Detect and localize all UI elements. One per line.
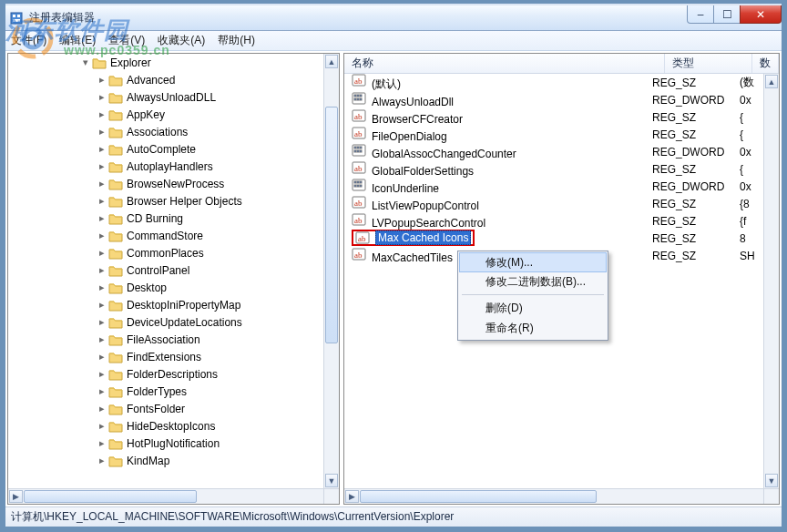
ctx-rename[interactable]: 重命名(R) xyxy=(460,318,606,338)
tree-node[interactable]: ▸Desktop xyxy=(8,279,323,296)
app-icon xyxy=(9,11,24,26)
list-horizontal-scrollbar[interactable]: ◀ ▶ xyxy=(344,488,763,504)
list-row[interactable]: IconUnderlineREG_DWORD0x xyxy=(344,178,763,195)
tree-node[interactable]: ▸AutoplayHandlers xyxy=(8,158,323,175)
tree-node[interactable]: ▸KindMap xyxy=(8,452,323,469)
scroll-right-icon[interactable]: ▶ xyxy=(9,490,23,503)
menu-edit[interactable]: 编辑(E) xyxy=(59,33,96,48)
expand-icon[interactable]: ▸ xyxy=(96,316,108,328)
statusbar: 计算机\HKEY_LOCAL_MACHINE\SOFTWARE\Microsof… xyxy=(5,506,782,527)
tree-node[interactable]: ▸FileAssociation xyxy=(8,331,323,348)
row-type: REG_SZ xyxy=(652,232,740,245)
maximize-button[interactable]: ☐ xyxy=(713,5,741,24)
tree-node[interactable]: ▸DeviceUpdateLocations xyxy=(8,313,323,331)
expand-icon[interactable]: ▸ xyxy=(96,333,108,345)
tree-vertical-scrollbar[interactable]: ▲ ▼ xyxy=(323,54,339,488)
folder-icon xyxy=(108,212,123,225)
expand-icon[interactable]: ▸ xyxy=(96,195,108,207)
expand-icon[interactable]: ▸ xyxy=(96,437,108,449)
col-name[interactable]: 名称 xyxy=(344,54,665,73)
expand-icon[interactable]: ▸ xyxy=(96,385,108,397)
list-row[interactable]: abBrowserCFCreatorREG_SZ{ xyxy=(344,108,763,126)
row-type: REG_SZ xyxy=(652,250,740,262)
minimize-button[interactable]: – xyxy=(687,5,714,24)
tree-node[interactable]: ▸HideDesktopIcons xyxy=(8,417,323,435)
expand-icon[interactable]: ▾ xyxy=(79,56,92,68)
expand-icon[interactable]: ▸ xyxy=(96,160,108,172)
row-data: 0x xyxy=(740,94,763,107)
tree-label: FontsFolder xyxy=(127,403,185,415)
scroll-thumb[interactable] xyxy=(325,107,338,343)
tree-node[interactable]: ▸Browser Helper Objects xyxy=(8,192,323,210)
scroll-thumb[interactable] xyxy=(24,490,197,503)
tree-node[interactable]: ▸FindExtensions xyxy=(8,348,323,365)
list-row[interactable]: abFileOpenDialogREG_SZ{ xyxy=(344,126,763,143)
list-row[interactable]: abListViewPopupControlREG_SZ{8 xyxy=(344,195,763,212)
tree-node-root[interactable]: ▾Explorer xyxy=(8,54,323,71)
list-vertical-scrollbar[interactable]: ▲ ▼ xyxy=(763,74,779,488)
list-row[interactable]: abLVPopupSearchControlREG_SZ{f xyxy=(344,212,763,230)
expand-icon[interactable]: ▸ xyxy=(96,126,108,138)
tree-label: AutoComplete xyxy=(127,143,196,156)
close-button[interactable]: ✕ xyxy=(740,5,782,24)
tree-node[interactable]: ▸FolderDescriptions xyxy=(8,365,323,383)
scroll-thumb[interactable] xyxy=(360,490,597,503)
tree-view[interactable]: ▾Explorer▸Advanced▸AlwaysUnloadDLL▸AppKe… xyxy=(8,54,323,488)
expand-icon[interactable]: ▸ xyxy=(96,368,108,380)
list-row[interactable]: AlwaysUnloadDllREG_DWORD0x xyxy=(344,91,763,108)
ctx-delete[interactable]: 删除(D) xyxy=(460,298,606,318)
expand-icon[interactable]: ▸ xyxy=(96,143,108,155)
tree-node[interactable]: ▸FolderTypes xyxy=(8,383,323,400)
svg-text:ab: ab xyxy=(354,216,363,225)
expand-icon[interactable]: ▸ xyxy=(96,420,108,432)
svg-rect-7 xyxy=(354,95,356,97)
expand-icon[interactable]: ▸ xyxy=(96,264,108,276)
scroll-up-icon[interactable]: ▲ xyxy=(325,55,338,68)
expand-icon[interactable]: ▸ xyxy=(96,108,108,120)
tree-node[interactable]: ▸CommandStore xyxy=(8,227,323,244)
string-icon: ab xyxy=(352,126,366,140)
tree-horizontal-scrollbar[interactable]: ◀ ▶ xyxy=(8,488,323,504)
scroll-up-icon[interactable]: ▲ xyxy=(765,75,778,88)
expand-icon[interactable]: ▸ xyxy=(96,351,108,363)
expand-icon[interactable]: ▸ xyxy=(96,178,108,189)
tree-node[interactable]: ▸AlwaysUnloadDLL xyxy=(8,88,323,106)
list-row[interactable]: ab(默认)REG_SZ(数 xyxy=(344,74,763,91)
expand-icon[interactable]: ▸ xyxy=(96,74,108,86)
tree-node[interactable]: ▸FontsFolder xyxy=(8,400,323,417)
expand-icon[interactable]: ▸ xyxy=(96,230,108,241)
list-row[interactable]: abMax Cached IconsREG_SZ8 xyxy=(344,230,763,247)
scroll-down-icon[interactable]: ▼ xyxy=(325,474,338,487)
tree-node[interactable]: ▸AppKey xyxy=(8,106,323,123)
folder-icon xyxy=(108,126,123,138)
folder-icon xyxy=(108,91,123,104)
tree-node[interactable]: ▸BrowseNewProcess xyxy=(8,175,323,192)
tree-node[interactable]: ▸DesktopIniPropertyMap xyxy=(8,296,323,313)
tree-node[interactable]: ▸Associations xyxy=(8,123,323,140)
menu-file[interactable]: 文件(F) xyxy=(11,33,46,48)
tree-node[interactable]: ▸ControlPanel xyxy=(8,261,323,279)
menu-favorites[interactable]: 收藏夹(A) xyxy=(158,33,205,48)
expand-icon[interactable]: ▸ xyxy=(96,91,108,103)
expand-icon[interactable]: ▸ xyxy=(96,281,108,293)
tree-node[interactable]: ▸AutoComplete xyxy=(8,140,323,158)
tree-node[interactable]: ▸CommonPlaces xyxy=(8,244,323,261)
scroll-down-icon[interactable]: ▼ xyxy=(765,474,778,487)
expand-icon[interactable]: ▸ xyxy=(96,247,108,259)
col-data[interactable]: 数 xyxy=(752,54,779,73)
menu-view[interactable]: 查看(V) xyxy=(108,33,145,48)
list-row[interactable]: abGlobalFolderSettingsREG_SZ{ xyxy=(344,160,763,178)
scroll-right-icon[interactable]: ▶ xyxy=(345,490,359,503)
expand-icon[interactable]: ▸ xyxy=(96,299,108,311)
expand-icon[interactable]: ▸ xyxy=(96,403,108,414)
col-type[interactable]: 类型 xyxy=(665,54,752,73)
menu-help[interactable]: 帮助(H) xyxy=(218,33,255,48)
ctx-modify-binary[interactable]: 修改二进制数据(B)... xyxy=(460,271,606,292)
tree-node[interactable]: ▸Advanced xyxy=(8,71,323,88)
expand-icon[interactable]: ▸ xyxy=(96,455,108,466)
list-row[interactable]: GlobalAssocChangedCounterREG_DWORD0x xyxy=(344,143,763,160)
tree-node[interactable]: ▸HotPlugNotification xyxy=(8,435,323,452)
ctx-modify[interactable]: 修改(M)... xyxy=(459,252,607,272)
tree-node[interactable]: ▸CD Burning xyxy=(8,210,323,227)
expand-icon[interactable]: ▸ xyxy=(96,212,108,224)
